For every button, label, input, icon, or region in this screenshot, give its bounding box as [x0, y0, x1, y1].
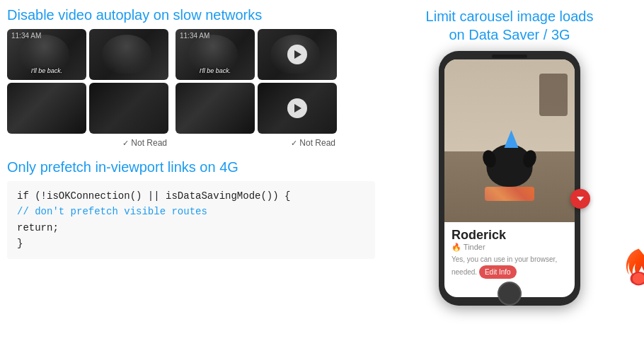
profile-text: Yes, you can use in your browser, needed… — [452, 255, 568, 279]
heading-prefetch: Only prefetch in-viewport links on 4G — [7, 159, 375, 175]
video-thumb-5: 11:34 AM I'll be back. — [176, 29, 255, 80]
phone-mockup: Roderick 🔥 Tinder Yes, you can use in yo… — [439, 51, 580, 306]
video-thumb-4 — [89, 83, 168, 134]
dog-bandana — [485, 187, 534, 201]
play-button-2[interactable] — [287, 98, 307, 118]
code-line-4: } — [17, 236, 365, 251]
face-silhouette-2 — [102, 35, 151, 74]
profile-card: Roderick 🔥 Tinder Yes, you can use in yo… — [444, 222, 575, 282]
video-row-bottom-2 — [176, 83, 338, 134]
dog-head — [487, 144, 533, 187]
heading-autoplay: Disable video autoplay on slow networks — [7, 7, 375, 23]
check-icon-2: ✓ — [291, 139, 297, 147]
left-section: Disable video autoplay on slow networks … — [7, 0, 375, 259]
check-icon-1: ✓ — [122, 139, 129, 147]
video-row-top-2: 11:34 AM I'll be back. — [176, 29, 338, 80]
subtitle-1: I'll be back. — [31, 67, 63, 74]
code-line-2: // don't prefetch visible routes — [17, 204, 365, 219]
video-thumb-7 — [176, 83, 255, 134]
dog-ear-right — [522, 149, 539, 169]
code-line-1: if (!isOKConnection() || isDataSavingMod… — [17, 188, 365, 204]
video-thumb-6 — [258, 29, 337, 80]
video-thumb-3 — [7, 83, 86, 134]
dog-photo — [444, 59, 575, 222]
video-group-2: 11:34 AM I'll be back. ✓ Not Read — [176, 29, 338, 148]
phone-screen: Roderick 🔥 Tinder Yes, you can use in yo… — [444, 59, 575, 297]
profile-name: Roderick — [452, 228, 568, 243]
not-read-2: ✓ Not Read — [176, 138, 338, 148]
play-button-1[interactable] — [287, 45, 307, 64]
profile-app: 🔥 Tinder — [452, 243, 568, 252]
edit-info-button[interactable]: Edit Info — [479, 265, 517, 279]
video-row-bottom-1 — [7, 83, 170, 134]
tinder-flame-icon — [619, 245, 644, 299]
right-section: Limit carousel image loads on Data Saver… — [382, 0, 637, 306]
code-block: if (!isOKConnection() || isDataSavingMod… — [7, 181, 375, 259]
tinder-icon-small: 🔥 — [452, 243, 461, 251]
party-hat — [504, 130, 518, 148]
not-read-1: ✓ Not Read — [7, 138, 170, 148]
dog-figure — [474, 144, 545, 215]
video-thumb-1: 11:34 AM I'll be back. — [7, 29, 86, 80]
shelf-item — [539, 74, 568, 116]
heading-carousel: Limit carousel image loads on Data Saver… — [382, 7, 637, 44]
time-label-1: 11:34 AM — [11, 32, 41, 40]
subtitle-2: I'll be back. — [200, 67, 231, 74]
time-label-2: 11:34 AM — [180, 32, 209, 40]
code-line-3: return; — [17, 220, 365, 236]
phone-wrapper: Roderick 🔥 Tinder Yes, you can use in yo… — [382, 51, 637, 306]
video-thumb-8 — [258, 83, 337, 134]
video-row-top-1: 11:34 AM I'll be back. — [7, 29, 170, 80]
video-group-1: 11:34 AM I'll be back. ✓ Not Read — [7, 29, 170, 148]
video-thumb-2 — [89, 29, 168, 80]
download-button[interactable] — [570, 189, 590, 209]
dog-ear-left — [481, 149, 498, 169]
video-area: 11:34 AM I'll be back. ✓ Not Read — [7, 29, 375, 148]
